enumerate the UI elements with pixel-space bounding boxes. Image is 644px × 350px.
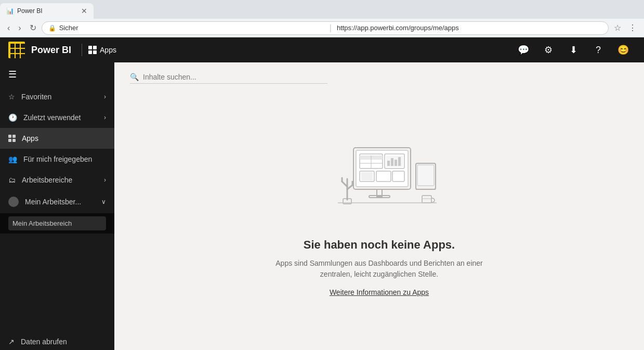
waffle-menu-button[interactable] — [8, 42, 25, 58]
address-separator: | — [330, 23, 332, 33]
workspace-avatar-icon — [8, 197, 19, 207]
svg-rect-12 — [395, 160, 397, 166]
star-icon: ☆ — [8, 93, 15, 101]
help-button[interactable]: ? — [586, 37, 611, 62]
nav-bar: ‹ › ↻ 🔒 Sicher | https://app.powerbi.com… — [0, 19, 644, 37]
get-data-icon: ↗ — [8, 338, 15, 346]
apps-grid-icon — [88, 46, 97, 54]
shared-user-icon: 👥 — [8, 155, 17, 163]
chevron-right-icon-3: › — [104, 176, 106, 184]
search-container[interactable]: 🔍 — [130, 73, 327, 84]
chevron-down-icon: ∨ — [101, 198, 106, 205]
sidebar-mein-label: Mein Arbeitsber... — [25, 198, 95, 206]
workspace-sub-label: Mein Arbeitsbereich — [12, 219, 72, 227]
address-url: https://app.powerbi.com/groups/me/apps — [337, 24, 602, 32]
clock-icon: 🕐 — [8, 113, 17, 122]
hamburger-button[interactable]: ☰ — [0, 62, 114, 86]
nav-actions: ☆ ⋮ — [611, 21, 640, 35]
header-section-label: Apps — [100, 46, 116, 54]
sidebar-arbeitsbereiche-label: Arbeitsbereiche — [22, 176, 98, 184]
header-actions: 💬 ⚙ ⬇ ? 😊 — [511, 37, 636, 62]
sidebar-item-mein-arbeitsber[interactable]: Mein Arbeitsber... ∨ — [0, 190, 114, 213]
sidebar-item-favoriten[interactable]: ☆ Favoriten › — [0, 86, 114, 107]
empty-state-title: Sie haben noch keine Apps. — [304, 238, 455, 252]
settings-button[interactable]: ⚙ — [536, 37, 561, 62]
address-bar[interactable]: 🔒 Sicher | https://app.powerbi.com/group… — [42, 21, 609, 35]
brand-name: Power BI — [31, 45, 71, 56]
tab-title: Power BI — [17, 7, 43, 15]
tab-favicon-icon: 📊 — [6, 7, 14, 15]
sidebar-item-freigegeben[interactable]: 👥 Für mich freigegeben — [0, 149, 114, 170]
sidebar-item-zuletzt[interactable]: 🕐 Zuletzt verwendet › — [0, 107, 114, 128]
svg-rect-11 — [391, 158, 393, 166]
chevron-right-icon: › — [104, 93, 106, 100]
chevron-right-icon-2: › — [104, 114, 106, 121]
sidebar-item-arbeitsbereiche[interactable]: 🗂 Arbeitsbereiche › — [0, 170, 114, 190]
content-top: 🔍 — [114, 62, 644, 84]
back-button[interactable]: ‹ — [4, 21, 13, 35]
learn-more-link[interactable]: Weitere Informationen zu Apps — [330, 288, 429, 296]
svg-rect-19 — [417, 165, 434, 186]
address-text: Sicher — [59, 24, 324, 32]
sidebar: ☰ ☆ Favoriten › 🕐 Zuletzt verwendet › Ap… — [0, 62, 114, 350]
sidebar-item-apps[interactable]: Apps — [0, 128, 114, 149]
empty-state-description: Apps sind Sammlungen aus Dashboards und … — [275, 258, 483, 280]
sidebar-freigegeben-label: Für mich freigegeben — [23, 155, 106, 163]
download-button[interactable]: ⬇ — [561, 37, 586, 62]
refresh-button[interactable]: ↻ — [27, 21, 40, 35]
menu-button[interactable]: ⋮ — [625, 21, 640, 35]
sidebar-apps-label: Apps — [22, 134, 106, 142]
header-divider — [82, 44, 82, 56]
svg-rect-27 — [422, 196, 431, 203]
apps-icon — [8, 135, 16, 142]
app-container: Power BI Apps 💬 ⚙ ⬇ ? 😊 ☰ ☆ Favoriten › — [0, 37, 644, 350]
empty-state-svg — [322, 137, 437, 221]
svg-rect-15 — [361, 172, 373, 180]
main-layout: ☰ ☆ Favoriten › 🕐 Zuletzt verwendet › Ap… — [0, 62, 644, 350]
chat-button[interactable]: 💬 — [511, 37, 536, 62]
empty-state: Sie haben noch keine Apps. Apps sind Sam… — [114, 84, 644, 350]
security-lock-icon: 🔒 — [48, 24, 56, 32]
workspaces-icon: 🗂 — [8, 176, 16, 184]
header-section: Apps — [88, 46, 116, 54]
empty-illustration — [322, 137, 437, 223]
sidebar-daten-label: Daten abrufen — [21, 338, 106, 346]
browser-tab[interactable]: 📊 Power BI ✕ — [0, 3, 94, 19]
app-header: Power BI Apps 💬 ⚙ ⬇ ? 😊 — [0, 37, 644, 62]
svg-rect-13 — [398, 157, 401, 166]
tab-close-button[interactable]: ✕ — [81, 7, 87, 15]
tab-bar: 📊 Power BI ✕ — [0, 0, 644, 19]
workspace-submenu: Mein Arbeitsbereich — [0, 213, 114, 234]
browser-chrome: 📊 Power BI ✕ ‹ › ↻ 🔒 Sicher | https://ap… — [0, 0, 644, 37]
workspace-sub-item[interactable]: Mein Arbeitsbereich — [8, 216, 106, 230]
forward-button[interactable]: › — [15, 21, 24, 35]
content-area: 🔍 — [114, 62, 644, 350]
sidebar-zuletzt-label: Zuletzt verwendet — [23, 113, 98, 122]
account-button[interactable]: 😊 — [611, 37, 636, 62]
sidebar-item-daten[interactable]: ↗ Daten abrufen — [0, 331, 114, 350]
search-icon: 🔍 — [130, 73, 139, 81]
svg-rect-10 — [387, 161, 390, 166]
bookmark-button[interactable]: ☆ — [611, 21, 624, 35]
search-input[interactable] — [143, 73, 309, 81]
sidebar-favoriten-label: Favoriten — [21, 93, 98, 101]
sidebar-spacer — [0, 234, 114, 331]
